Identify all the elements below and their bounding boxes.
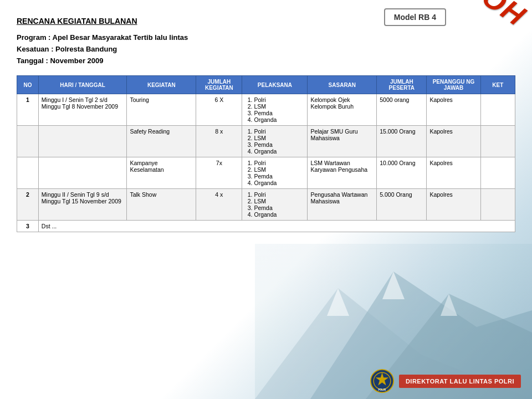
table-row-hari xyxy=(38,157,127,189)
program-line: Program : Apel Besar Masyarakat Tertib l… xyxy=(17,32,515,44)
table-row-sasaran: LSM Wartawan Karyawan Pengusaha xyxy=(308,157,377,189)
table-row-kegiatan: Safety Reading xyxy=(127,126,196,157)
list-item: Pemda xyxy=(254,204,304,211)
table-row-sasaran: Pelajar SMU Guru Mahasiswa xyxy=(308,126,377,157)
list-item: Polri xyxy=(254,128,304,135)
table-row-penanggung-jawab: Kapolres xyxy=(427,189,480,221)
col-kegiatan: KEGIATAN xyxy=(127,76,196,94)
col-hari: HARI / TANGGAL xyxy=(38,76,127,94)
svg-text:POLRI: POLRI xyxy=(378,388,386,391)
list-item: Polri xyxy=(254,191,304,198)
table-row-no xyxy=(17,126,39,157)
col-jumlah-peserta: JUMLAH PESERTA xyxy=(377,76,427,94)
col-jumlah-kegiatan: JUMLAH KEGIATAN xyxy=(196,76,242,94)
col-no: NO xyxy=(17,76,39,94)
list-item: Polri xyxy=(254,96,304,103)
list-item: Pemda xyxy=(254,110,304,116)
table-row-no xyxy=(17,157,39,189)
table-row-penanggung-jawab: Kapolres xyxy=(427,157,480,189)
polri-logo: POLRI xyxy=(370,369,395,393)
table-row-jumlah: 8 x xyxy=(196,126,242,157)
list-item: Pemda xyxy=(254,173,304,180)
table-row-sasaran: Kelompok Ojek Kelompok Buruh xyxy=(308,94,377,126)
table-row-jumlah-peserta: 10.000 Orang xyxy=(377,157,427,189)
footer: POLRI DIREKTORAT LALU LINTAS POLRI xyxy=(370,369,521,393)
list-item: Pemda xyxy=(254,141,304,148)
table-row-no: 3 xyxy=(17,221,39,232)
table-row-ket xyxy=(480,94,515,126)
table-row-pelaksana: PolriLSMPemdaOrganda xyxy=(242,157,308,189)
table-row-kegiatan: Touring xyxy=(127,94,196,126)
table-row-jumlah: 4 x xyxy=(196,189,242,221)
table-row-hari xyxy=(38,126,127,157)
table-row-ket xyxy=(480,157,515,189)
model-box: Model RB 4 xyxy=(384,8,446,26)
col-ket: KET xyxy=(480,76,515,94)
table-row-no: 1 xyxy=(17,94,39,126)
table-row-jumlah-peserta: 5000 orang xyxy=(377,94,427,126)
list-item: Organda xyxy=(254,148,304,155)
list-item: LSM xyxy=(254,198,304,204)
header-info: Program : Apel Besar Masyarakat Tertib l… xyxy=(17,32,515,66)
col-sasaran: SASARAN xyxy=(308,76,377,94)
list-item: Organda xyxy=(254,211,304,218)
main-content: RENCANA KEGIATAN BULANAN Program : Apel … xyxy=(0,0,532,238)
table-row-sasaran: Pengusaha Wartawan Mahasiswa xyxy=(308,189,377,221)
table-row-penanggung-jawab: Kapolres xyxy=(427,94,480,126)
list-item: LSM xyxy=(254,135,304,141)
col-penanggung-jawab: PENANGGU NG JAWAB xyxy=(427,76,480,94)
list-item: Organda xyxy=(254,180,304,186)
table-row-ket xyxy=(480,126,515,157)
table-row-kegiatan: Talk Show xyxy=(127,189,196,221)
list-item: Organda xyxy=(254,116,304,123)
table-row-pelaksana: PolriLSMPemdaOrganda xyxy=(242,189,308,221)
table-row-jumlah-peserta: 5.000 Orang xyxy=(377,189,427,221)
table-row-jumlah: 7x xyxy=(196,157,242,189)
table-row-kegiatan: Kampanye Keselamatan xyxy=(127,157,196,189)
main-table: NO HARI / TANGGAL KEGIATAN JUMLAH KEGIAT… xyxy=(17,75,515,232)
col-pelaksana: PELAKSANA xyxy=(242,76,308,94)
table-row-hari: Minggu II / Senin Tgl 9 s/d Minggu Tgl 1… xyxy=(38,189,127,221)
table-row-jumlah: 6 X xyxy=(196,94,242,126)
list-item: Polri xyxy=(254,160,304,166)
tanggal-line: Tanggal : November 2009 xyxy=(17,55,515,67)
table-row-penanggung-jawab: Kapolres xyxy=(427,126,480,157)
kesatuan-line: Kesatuan : Polresta Bandung xyxy=(17,44,515,55)
table-row-ket xyxy=(480,189,515,221)
list-item: LSM xyxy=(254,103,304,110)
list-item: LSM xyxy=(254,166,304,173)
table-row-pelaksana: PolriLSMPemdaOrganda xyxy=(242,126,308,157)
table-row-dst: Dst ... xyxy=(38,221,515,232)
table-row-no: 2 xyxy=(17,189,39,221)
table-row-hari: Minggu I / Senin Tgl 2 s/d Minggu Tgl 8 … xyxy=(38,94,127,126)
footer-text: DIREKTORAT LALU LINTAS POLRI xyxy=(399,375,521,388)
table-row-jumlah-peserta: 15.000 Orang xyxy=(377,126,427,157)
table-row-pelaksana: PolriLSMPemdaOrganda xyxy=(242,94,308,126)
